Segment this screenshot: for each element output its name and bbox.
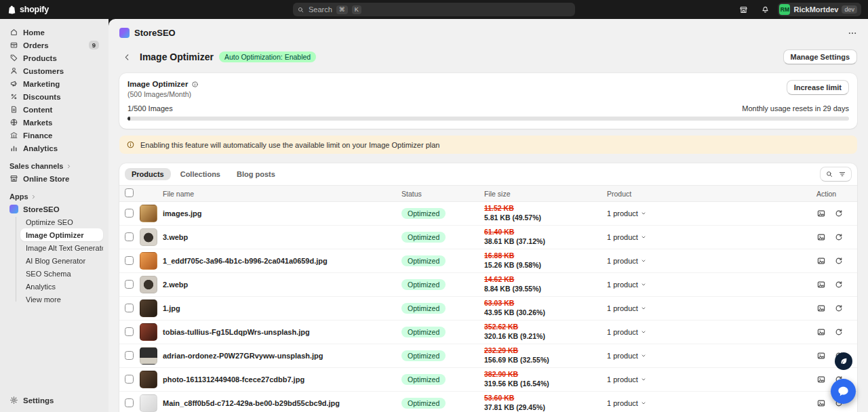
page-header: Image Optimizer Auto Optimization: Enabl… xyxy=(108,44,868,73)
usage-progress-fill xyxy=(127,117,130,121)
product-count-dropdown[interactable]: 1 product xyxy=(607,257,647,265)
sidebar-item-customers[interactable]: Customers xyxy=(5,64,103,77)
avatar: RM xyxy=(779,4,790,15)
apps-header[interactable]: Apps xyxy=(5,190,103,203)
table-row: 2.webpOptimized14.62 KB8.84 KB (39.55%)1… xyxy=(119,273,857,297)
sidebar-item-marketing[interactable]: Marketing xyxy=(5,77,103,90)
bag-icon xyxy=(7,5,17,15)
restore-image-button[interactable] xyxy=(834,256,844,266)
discounts-icon xyxy=(9,92,18,101)
image-thumbnail xyxy=(140,323,157,341)
view-image-button[interactable] xyxy=(816,304,826,313)
view-image-button[interactable] xyxy=(816,209,826,218)
row-checkbox[interactable] xyxy=(125,232,134,241)
product-count-dropdown[interactable]: 1 product xyxy=(607,352,647,360)
tab-products[interactable]: Products xyxy=(125,168,171,180)
image-icon xyxy=(816,256,826,266)
sidebar-subitem-image-alt-text-generator[interactable]: Image Alt Text Generator xyxy=(20,241,103,254)
storeseo-subnav: Optimize SEOImage OptimizerImage Alt Tex… xyxy=(16,215,103,306)
chat-fab[interactable] xyxy=(831,379,856,404)
product-count-dropdown[interactable]: 1 product xyxy=(607,399,647,407)
sidebar-item-home[interactable]: Home xyxy=(5,26,103,39)
restore-image-button[interactable] xyxy=(834,280,844,289)
sales-channels-header[interactable]: Sales channels xyxy=(5,160,103,172)
product-count-dropdown[interactable]: 1 product xyxy=(607,375,647,384)
product-count-dropdown[interactable]: 1 product xyxy=(607,281,647,289)
notifications-button[interactable] xyxy=(756,2,774,17)
row-checkbox[interactable] xyxy=(125,209,134,218)
image-icon xyxy=(816,280,826,289)
shopify-wordmark: shopify xyxy=(20,5,49,14)
row-checkbox[interactable] xyxy=(125,375,134,384)
product-count-dropdown[interactable]: 1 product xyxy=(607,328,647,336)
view-image-button[interactable] xyxy=(816,398,826,408)
sidebar-subitem-view-more[interactable]: View more xyxy=(20,293,103,306)
store-preview-button[interactable] xyxy=(734,2,752,17)
sidebar-subitem-ai-blog-generator[interactable]: AI Blog Generator xyxy=(20,254,103,267)
manage-settings-button[interactable]: Manage Settings xyxy=(783,49,857,64)
sidebar-item-content[interactable]: Content xyxy=(5,103,103,116)
tab-collections[interactable]: Collections xyxy=(174,168,227,180)
sidebar-item-settings[interactable]: Settings xyxy=(5,394,103,407)
assistant-fab[interactable] xyxy=(835,352,852,370)
table-row: images.jpgOptimized11.52 KB5.81 KB (49.5… xyxy=(119,202,857,226)
image-icon xyxy=(816,232,826,242)
restore-image-button[interactable] xyxy=(834,327,844,337)
row-checkbox[interactable] xyxy=(125,256,134,265)
sidebar-subitem-image-optimizer[interactable]: Image Optimizer xyxy=(20,228,103,241)
sidebar-bottom: Settings xyxy=(5,394,103,407)
shopify-logo[interactable]: shopify xyxy=(7,5,49,15)
topbar: shopify Search ⌘ K RM RickMortdev dev xyxy=(0,0,868,19)
restore-image-button[interactable] xyxy=(834,232,844,242)
file-name: 1.jpg xyxy=(163,304,180,312)
restore-icon xyxy=(834,304,844,313)
product-count-dropdown[interactable]: 1 product xyxy=(607,209,647,218)
file-name: 1_eddf705c-3a96-4b1c-b996-2ca041a0659d.j… xyxy=(163,257,328,265)
image-thumbnail xyxy=(140,394,157,412)
sidebar-subitem-optimize-seo[interactable]: Optimize SEO xyxy=(20,215,103,228)
sidebar-item-analytics[interactable]: Analytics xyxy=(5,142,103,154)
view-image-button[interactable] xyxy=(816,280,826,289)
storeseo-app-icon xyxy=(9,205,18,213)
analytics-icon xyxy=(9,144,18,152)
row-checkbox[interactable] xyxy=(125,304,134,312)
tab-blog-posts[interactable]: Blog posts xyxy=(230,168,282,180)
view-image-button[interactable] xyxy=(816,351,826,360)
view-image-button[interactable] xyxy=(816,256,826,266)
product-count-dropdown[interactable]: 1 product xyxy=(607,233,647,241)
sidebar-item-online-store[interactable]: Online Store xyxy=(5,172,103,185)
view-image-button[interactable] xyxy=(816,375,826,384)
increase-limit-button[interactable]: Increase limit xyxy=(787,80,849,95)
status-badge: Optimized xyxy=(401,255,446,266)
usage-card-title: Image Optimizer xyxy=(127,80,188,88)
account-menu[interactable]: RM RickMortdev dev xyxy=(778,3,861,16)
view-image-button[interactable] xyxy=(816,327,826,337)
search-filter-button[interactable] xyxy=(820,167,852,182)
sidebar-item-storeseo[interactable]: StoreSEO xyxy=(5,203,103,215)
product-count-dropdown[interactable]: 1 product xyxy=(607,304,647,312)
select-all-checkbox[interactable] xyxy=(125,188,134,197)
row-checkbox[interactable] xyxy=(125,351,134,360)
row-checkbox[interactable] xyxy=(125,327,134,336)
more-options-button[interactable] xyxy=(848,28,857,38)
row-checkbox[interactable] xyxy=(125,280,134,289)
sidebar-item-products[interactable]: Products xyxy=(5,52,103,64)
table-row: Main_c8ff0b5d-c712-429a-be00-b29bd55cbc9… xyxy=(119,392,857,412)
back-button[interactable] xyxy=(119,49,134,64)
sidebar-subitem-seo-schema[interactable]: SEO Schema xyxy=(20,267,103,280)
product-count-label: 1 product xyxy=(607,399,638,407)
view-image-button[interactable] xyxy=(816,232,826,242)
optimized-file-size: 15.26 KB (9.58%) xyxy=(484,261,607,270)
sidebar-item-markets[interactable]: Markets xyxy=(5,116,103,129)
restore-image-button[interactable] xyxy=(834,304,844,313)
status-badge: Optimized xyxy=(401,327,446,337)
original-file-size: 16.88 KB xyxy=(484,251,607,261)
sidebar-item-finance[interactable]: Finance xyxy=(5,129,103,142)
sidebar-item-orders[interactable]: Orders9 xyxy=(5,39,103,52)
global-search-input[interactable]: Search ⌘ K xyxy=(293,3,575,16)
sidebar-item-discounts[interactable]: Discounts xyxy=(5,90,103,103)
sidebar-subitem-analytics[interactable]: Analytics xyxy=(20,280,103,293)
row-checkbox[interactable] xyxy=(125,398,134,407)
status-badge: Optimized xyxy=(401,303,446,314)
restore-image-button[interactable] xyxy=(834,209,844,218)
